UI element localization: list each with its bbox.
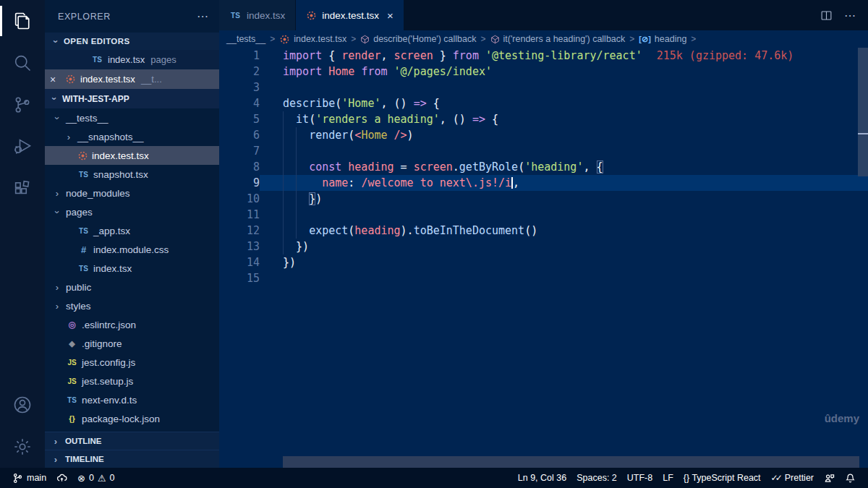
tab-index.tsx[interactable]: TSindex.tsx xyxy=(219,0,296,30)
tree-item[interactable]: JSjest.setup.js xyxy=(45,372,219,390)
status-language-mode[interactable]: {} TypeScript React xyxy=(678,473,766,483)
status-bar: main⊗0⚠0Ln 9, Col 36Spaces: 2UTF-8LF{} T… xyxy=(0,468,868,488)
tree-item[interactable]: {}package-lock.json xyxy=(45,409,219,428)
status-git-branch[interactable]: main xyxy=(7,468,51,488)
code-line-15[interactable]: 15 xyxy=(219,270,868,286)
tree-item[interactable]: ◎.eslintrc.json xyxy=(45,315,219,334)
breadcrumb-separator: > xyxy=(351,34,356,44)
code-token: ( xyxy=(518,160,524,174)
code-token: } xyxy=(433,49,453,62)
code-line-8[interactable]: 8 const heading = screen.getByRole('head… xyxy=(219,159,868,175)
status-sync[interactable] xyxy=(51,468,72,488)
tree-item[interactable]: ›public xyxy=(45,278,219,296)
code-line-11[interactable]: 11 xyxy=(219,207,868,223)
code-line-1[interactable]: 1import { render, screen } from '@testin… xyxy=(219,48,868,64)
code-line-3[interactable]: 3 xyxy=(219,80,868,95)
activity-bar-extensions[interactable] xyxy=(0,168,45,210)
activity-bar-run-and-debug[interactable] xyxy=(0,126,45,168)
code-line-13[interactable]: 13 }) xyxy=(219,239,868,254)
tree-item[interactable]: JSjest.config.js xyxy=(45,353,219,372)
activity-bar-source-control[interactable] xyxy=(0,84,45,126)
code-line-9[interactable]: 9 name: /welcome to next\.js!/i, xyxy=(219,175,868,191)
tree-item[interactable]: ›pages xyxy=(45,202,219,221)
status-problems[interactable]: ⊗0⚠0 xyxy=(72,468,119,488)
status-encoding[interactable]: UTF-8 xyxy=(622,473,658,483)
tree-item[interactable]: ›node_modules xyxy=(45,184,219,202)
more-actions-icon[interactable]: ⋯ xyxy=(844,9,856,22)
tree-item[interactable]: ›styles xyxy=(45,296,219,315)
code-line-7[interactable]: 7 xyxy=(219,143,868,159)
code-line-4[interactable]: 4describe('Home', () => { xyxy=(219,95,868,111)
code-token: import xyxy=(283,65,322,78)
breadcrumb-label: it('renders a heading') callback xyxy=(503,34,626,44)
breadcrumb-item[interactable]: [⊘]heading xyxy=(639,34,686,44)
code-line-6[interactable]: 6 render(<Home />) xyxy=(219,127,868,143)
close-icon[interactable]: × xyxy=(45,74,61,85)
code-token: screen xyxy=(414,160,453,174)
status-label: Prettier xyxy=(785,473,814,483)
status-notifications[interactable] xyxy=(840,473,861,484)
open-editor-desc: pages xyxy=(150,54,176,65)
tree-item[interactable]: index.test.tsx xyxy=(45,146,219,165)
jest-file-icon xyxy=(65,74,76,85)
code-token: () xyxy=(524,224,537,237)
status-indentation[interactable]: Spaces: 2 xyxy=(571,473,622,483)
code-line-2[interactable]: 2import Home from '@/pages/index' xyxy=(219,64,868,80)
workspace-folder-header[interactable]: › WITH-JEST-APP xyxy=(45,89,219,108)
code-line-12[interactable]: 12 expect(heading).toBeInTheDocument() xyxy=(219,223,868,239)
tree-item[interactable]: #index.module.css xyxy=(45,240,219,259)
tree-item[interactable]: TSsnapshot.tsx xyxy=(45,165,219,184)
tab-label: index.tsx xyxy=(247,10,285,21)
status-formatter[interactable]: ✓✓Prettier xyxy=(766,473,819,483)
breadcrumb-item[interactable]: describe('Home') callback xyxy=(360,34,476,44)
code-line-5[interactable]: 5 it('renders a heading', () => { xyxy=(219,111,868,127)
outline-section[interactable]: › OUTLINE xyxy=(45,432,219,450)
status-eol[interactable]: LF xyxy=(658,473,678,483)
breadcrumb-item[interactable]: it('renders a heading') callback xyxy=(490,34,626,44)
activity-bar-explorer[interactable] xyxy=(0,0,45,42)
timeline-section[interactable]: › TIMELINE xyxy=(45,450,219,468)
breadcrumb-item[interactable]: __tests__ xyxy=(226,34,265,44)
open-editors-header[interactable]: › OPEN EDITORS xyxy=(45,33,219,50)
indent-guide xyxy=(283,111,284,254)
line-content: it('renders a heading', () => { xyxy=(260,111,868,127)
tree-item[interactable]: TSnext-env.d.ts xyxy=(45,390,219,409)
code-line-10[interactable]: 10 }) xyxy=(219,191,868,207)
vertical-scrollbar[interactable] xyxy=(858,48,868,176)
jest-file-icon xyxy=(77,150,88,161)
code-token: heading xyxy=(354,224,400,237)
activity-bar-search[interactable] xyxy=(0,42,45,84)
tree-item[interactable]: TSindex.tsx xyxy=(45,259,219,278)
activity-bar-accounts[interactable] xyxy=(0,384,45,426)
tree-item-label: jest.setup.js xyxy=(82,376,133,387)
open-editor-item[interactable]: ×index.test.tsx__t... xyxy=(45,69,219,89)
open-editor-item[interactable]: TSindex.tsxpages xyxy=(45,50,219,69)
tree-item[interactable]: ›__tests__ xyxy=(45,108,219,127)
tab-index.test.tsx[interactable]: index.test.tsx× xyxy=(296,0,404,30)
eslint-file-icon: ◎ xyxy=(66,320,78,330)
symbol-method-icon xyxy=(360,35,370,44)
code-line-14[interactable]: 14}) xyxy=(219,254,868,270)
sidebar-more-actions-icon[interactable]: ⋯ xyxy=(197,9,209,23)
css-file-icon: # xyxy=(77,244,90,255)
line-number: 13 xyxy=(219,239,260,254)
close-icon[interactable]: × xyxy=(387,9,393,22)
tree-item[interactable]: ›__snapshots__ xyxy=(45,127,219,146)
tree-item[interactable]: TS_app.tsx xyxy=(45,221,219,240)
tree-item[interactable]: ◆.gitignore xyxy=(45,334,219,353)
breadcrumb-label: __tests__ xyxy=(226,34,265,44)
status-feedback[interactable] xyxy=(819,473,840,484)
code-token: . xyxy=(407,224,414,237)
horizontal-scrollbar[interactable] xyxy=(283,456,859,468)
tab-label: index.test.tsx xyxy=(322,10,379,21)
code-token: { xyxy=(485,113,498,126)
activity-bar-manage[interactable] xyxy=(0,426,45,468)
code-token xyxy=(388,129,394,142)
split-editor-icon[interactable] xyxy=(820,9,833,22)
breadcrumb-item[interactable]: index.test.tsx xyxy=(279,34,346,45)
status-cursor-position[interactable]: Ln 9, Col 36 xyxy=(513,473,571,483)
code-editor[interactable]: 1import { render, screen } from '@testin… xyxy=(219,48,868,453)
code-token: ( xyxy=(348,224,354,237)
gear-icon xyxy=(12,437,33,457)
typescript-file-icon: TS xyxy=(77,265,90,273)
